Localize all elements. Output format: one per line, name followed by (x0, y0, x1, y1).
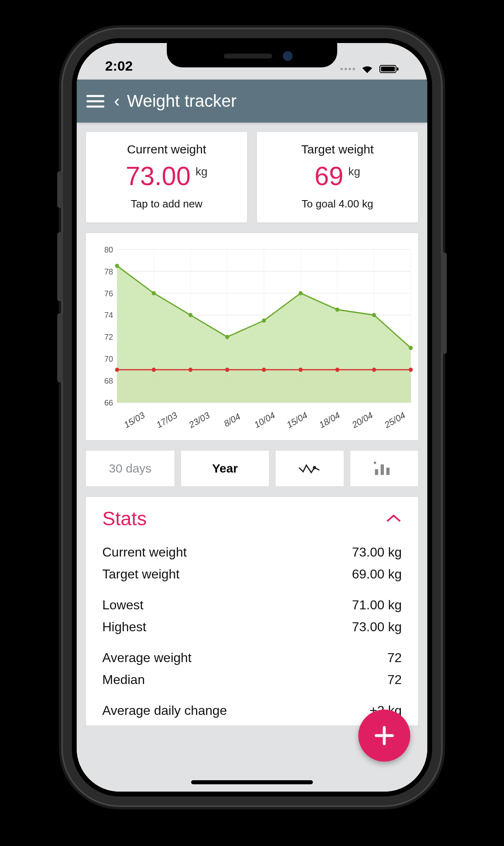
svg-point-52 (374, 462, 376, 464)
value-number: 69 (314, 161, 343, 191)
stat-label: Highest (102, 616, 146, 638)
svg-point-42 (225, 368, 229, 372)
svg-point-36 (372, 313, 376, 317)
stat-label: Target weight (102, 563, 179, 585)
phone-bezel: 2:02 ‹ Weight tracker (72, 38, 432, 796)
svg-point-34 (299, 291, 303, 295)
stat-label: Average daily change (102, 699, 227, 721)
svg-point-33 (262, 318, 266, 322)
card-title: Target weight (264, 142, 411, 156)
svg-rect-49 (375, 469, 378, 475)
weight-chart-card[interactable]: 6668707274767880 15/0317/0323/038/0410/0… (86, 233, 418, 440)
menu-icon[interactable] (86, 95, 104, 108)
card-subtext: To goal 4.00 kg (264, 198, 411, 210)
value-unit: kg (196, 165, 208, 178)
svg-point-47 (409, 368, 413, 372)
stat-row: Current weight73.00 kg (102, 541, 402, 563)
stat-value: 73.00 kg (352, 616, 402, 638)
home-indicator[interactable] (191, 780, 313, 784)
plus-icon (371, 723, 397, 749)
svg-point-31 (189, 313, 193, 317)
stat-label: Average weight (102, 647, 192, 669)
summary-cards: Current weight 73.00 kg Tap to add new T… (86, 132, 418, 223)
page-title: Weight tracker (127, 91, 237, 111)
stat-label: Lowest (102, 594, 143, 616)
svg-rect-1 (381, 67, 395, 71)
stat-row: Highest73.00 kg (102, 616, 402, 638)
svg-text:74: 74 (104, 311, 113, 320)
range-year[interactable]: Year (181, 450, 270, 487)
value-number: 73.00 (126, 161, 191, 191)
status-time: 2:02 (105, 58, 133, 74)
svg-text:78: 78 (104, 267, 113, 276)
svg-point-41 (189, 368, 193, 372)
current-weight-card[interactable]: Current weight 73.00 kg Tap to add new (86, 132, 248, 223)
svg-text:66: 66 (104, 398, 113, 407)
line-chart-mode-icon[interactable] (275, 450, 344, 487)
card-value: 73.00 kg (126, 161, 208, 191)
stat-row: Average weight72 (102, 647, 402, 669)
stat-label: Current weight (102, 541, 187, 563)
stat-row: Target weight69.00 kg (102, 563, 402, 585)
phone-frame: 2:02 ‹ Weight tracker (63, 29, 441, 805)
stat-row: Lowest71.00 kg (102, 594, 402, 616)
notch (167, 43, 337, 67)
svg-point-44 (299, 368, 303, 372)
card-value: 69 kg (314, 161, 360, 191)
bar-chart-mode-icon[interactable] (350, 450, 418, 487)
add-entry-fab[interactable] (358, 710, 410, 762)
status-icons (340, 64, 399, 74)
stat-value: 69.00 kg (352, 563, 402, 585)
svg-point-30 (152, 291, 156, 295)
screen: 2:02 ‹ Weight tracker (77, 43, 427, 792)
value-unit: kg (348, 165, 360, 178)
svg-point-35 (335, 307, 339, 311)
svg-point-37 (409, 346, 413, 350)
svg-point-32 (225, 335, 229, 339)
cellular-icon (340, 68, 355, 70)
range-segmented-control: 30 days Year (86, 450, 418, 487)
svg-rect-2 (397, 67, 398, 71)
svg-point-43 (262, 368, 266, 372)
stats-title: Stats (102, 507, 146, 530)
stats-panel: Stats Current weight73.00 kgTarget weigh… (86, 496, 418, 726)
battery-icon (379, 65, 399, 73)
stat-value: 73.00 kg (352, 541, 402, 563)
chevron-up-icon (386, 513, 402, 524)
svg-point-45 (335, 368, 339, 372)
svg-rect-50 (381, 464, 384, 475)
stat-value: 72 (387, 669, 402, 691)
svg-text:80: 80 (104, 245, 113, 254)
stat-label: Median (102, 669, 145, 691)
stat-row: Median72 (102, 669, 402, 691)
volume-up-button (57, 232, 63, 301)
svg-point-46 (372, 368, 376, 372)
svg-point-39 (115, 368, 119, 372)
svg-point-40 (152, 368, 156, 372)
svg-text:76: 76 (104, 289, 113, 298)
stat-value: 71.00 kg (352, 594, 402, 616)
svg-text:68: 68 (104, 376, 113, 385)
svg-point-48 (313, 466, 316, 469)
svg-text:72: 72 (104, 332, 113, 342)
range-30-days[interactable]: 30 days (86, 450, 175, 487)
stats-header[interactable]: Stats (102, 507, 402, 530)
content-area: Current weight 73.00 kg Tap to add new T… (77, 123, 427, 792)
svg-point-29 (115, 264, 119, 268)
app-bar: ‹ Weight tracker (77, 80, 427, 123)
back-button[interactable]: ‹ (114, 91, 120, 111)
svg-rect-51 (386, 468, 390, 475)
volume-down-button (57, 313, 63, 382)
mute-switch (57, 171, 63, 208)
stat-row: Average daily change+2 kg (102, 699, 402, 721)
card-title: Current weight (93, 142, 240, 156)
svg-text:70: 70 (104, 354, 113, 364)
card-subtext: Tap to add new (93, 198, 240, 210)
wifi-icon (361, 64, 374, 74)
stat-value: 72 (387, 647, 402, 669)
target-weight-card[interactable]: Target weight 69 kg To goal 4.00 kg (256, 132, 418, 223)
power-button (441, 253, 447, 354)
